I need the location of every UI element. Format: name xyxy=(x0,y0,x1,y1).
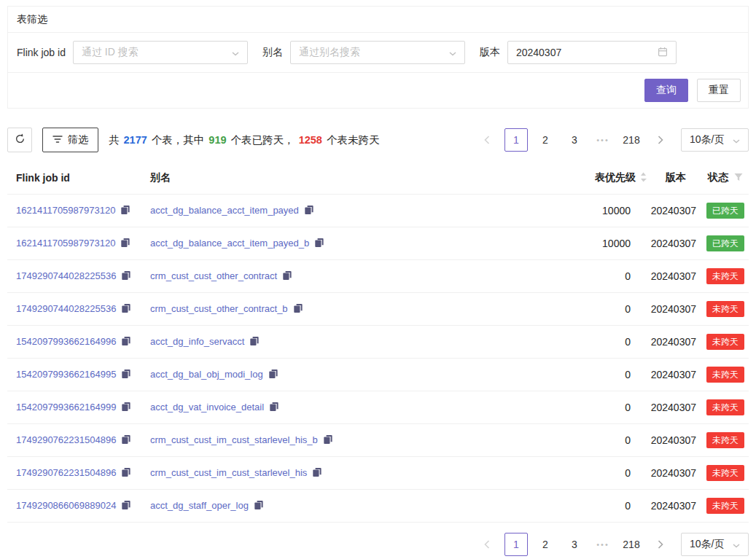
flink-job-id-link[interactable]: 1749290744028225536 xyxy=(16,270,116,281)
copy-icon[interactable] xyxy=(121,336,131,348)
alias-link[interactable]: crm_cust_cust_im_cust_starlevel_his xyxy=(150,467,307,478)
copy-icon[interactable] xyxy=(254,500,264,512)
page-3-button[interactable]: 3 xyxy=(563,128,586,152)
copy-icon[interactable] xyxy=(121,303,131,316)
copy-icon[interactable] xyxy=(293,303,303,316)
alias-select[interactable]: 通过别名搜索 xyxy=(290,41,465,64)
alias-link[interactable]: crm_cust_cust_other_contract xyxy=(150,270,277,281)
page-2-button[interactable]: 2 xyxy=(534,128,557,152)
page-size-select[interactable]: 10条/页 xyxy=(681,533,749,556)
priority-header-label: 表优先级 xyxy=(595,171,636,183)
copy-icon[interactable] xyxy=(312,467,322,480)
copy-icon[interactable] xyxy=(268,369,278,381)
copy-icon[interactable] xyxy=(304,205,314,217)
table-row: 1749290762231504896 crm_cust_cust_im_cus… xyxy=(7,457,749,490)
filter-button[interactable]: 筛选 xyxy=(42,128,98,152)
page-last-button[interactable]: 218 xyxy=(620,128,643,152)
version-date-input[interactable] xyxy=(507,41,677,64)
priority-value: 0 xyxy=(558,391,650,424)
copy-icon[interactable] xyxy=(121,402,131,414)
next-page-button[interactable] xyxy=(649,128,672,152)
version-value: 20240307 xyxy=(650,359,706,391)
flink-job-id-link[interactable]: 1749290762231504896 xyxy=(16,467,116,478)
table-row: 1749290762231504896 crm_cust_cust_im_cus… xyxy=(7,424,749,457)
copy-icon[interactable] xyxy=(282,270,292,283)
version-field: 版本 xyxy=(480,41,677,64)
alias-link[interactable]: acct_dg_balance_acct_item_payed_b xyxy=(150,238,309,249)
status-badge: 未跨天 xyxy=(706,367,744,383)
copy-icon[interactable] xyxy=(120,205,130,217)
alias-link[interactable]: acct_dg_balance_acct_item_payed xyxy=(150,205,299,216)
page-3-button[interactable]: 3 xyxy=(563,533,586,556)
version-value: 20240307 xyxy=(650,293,706,326)
version-value: 20240307 xyxy=(650,195,706,227)
copy-icon[interactable] xyxy=(323,434,333,447)
flink-job-id-link[interactable]: 1621411705987973120 xyxy=(16,238,115,249)
priority-value: 0 xyxy=(558,457,650,490)
job-id-select[interactable]: 通过 ID 搜索 xyxy=(73,41,248,64)
table-row: 1621411705987973120 acct_dg_balance_acct… xyxy=(7,195,749,227)
page-1-button[interactable]: 1 xyxy=(504,533,528,556)
copy-icon[interactable] xyxy=(121,500,131,512)
status-badge: 未跨天 xyxy=(706,334,744,350)
table-header: Flink job id 别名 表优先级 版本 状态 xyxy=(7,164,749,195)
flink-job-id-link[interactable]: 1749290744028225536 xyxy=(16,303,116,314)
pagination-ellipsis[interactable]: ••• xyxy=(592,540,614,549)
copy-icon[interactable] xyxy=(249,336,260,348)
job-id-field: Flink job id 通过 ID 搜索 xyxy=(17,41,248,64)
priority-value: 0 xyxy=(558,424,650,457)
tables-table: Flink job id 别名 表优先级 版本 状态 1621411705987… xyxy=(7,164,749,523)
next-page-button[interactable] xyxy=(649,533,672,556)
copy-icon[interactable] xyxy=(120,238,130,250)
alias-link[interactable]: acct_dg_vat_invoice_detail xyxy=(150,402,264,413)
page-size-value: 10条/页 xyxy=(690,538,724,551)
summary-text: 个表未跨天 xyxy=(324,134,380,146)
priority-value: 0 xyxy=(558,326,650,359)
page-size-select[interactable]: 10条/页 xyxy=(681,128,749,152)
alias-link[interactable]: crm_cust_cust_other_contract_b xyxy=(150,303,288,314)
sorter-icon[interactable] xyxy=(640,172,647,184)
column-header-priority[interactable]: 表优先级 xyxy=(558,164,650,195)
copy-icon[interactable] xyxy=(121,467,131,480)
version-value: 20240307 xyxy=(650,424,706,457)
version-value: 20240307 xyxy=(650,326,706,359)
table-row: 1542097993662164996 acct_dg_info_servacc… xyxy=(7,326,749,359)
alias-placeholder: 通过别名搜索 xyxy=(299,46,360,59)
copy-icon[interactable] xyxy=(121,369,131,381)
copy-icon[interactable] xyxy=(121,434,131,447)
prev-page-button[interactable] xyxy=(475,533,499,556)
flink-job-id-link[interactable]: 1542097993662164999 xyxy=(16,402,116,413)
version-label: 版本 xyxy=(480,46,500,59)
table-row: 1542097993662164999 acct_dg_vat_invoice_… xyxy=(7,391,749,424)
status-badge: 已跨天 xyxy=(706,235,744,251)
refresh-button[interactable] xyxy=(7,128,32,152)
uncrossed-count: 1258 xyxy=(299,134,322,146)
chevron-down-icon xyxy=(232,47,239,58)
copy-icon[interactable] xyxy=(269,402,279,414)
alias-link[interactable]: acct_dg_info_servacct xyxy=(150,336,244,347)
copy-icon[interactable] xyxy=(314,238,324,250)
pagination-ellipsis[interactable]: ••• xyxy=(592,136,614,144)
column-filter-icon[interactable] xyxy=(734,172,743,184)
page-last-button[interactable]: 218 xyxy=(620,533,643,556)
alias-link[interactable]: acct_dg_bal_obj_modi_log xyxy=(150,369,263,380)
version-value-input[interactable] xyxy=(516,47,658,58)
status-badge: 未跨天 xyxy=(706,268,744,284)
flink-job-id-link[interactable]: 1542097993662164995 xyxy=(16,369,116,380)
alias-link[interactable]: crm_cust_cust_im_cust_starlevel_his_b xyxy=(150,434,318,445)
copy-icon[interactable] xyxy=(121,270,131,283)
flink-job-id-link[interactable]: 1621411705987973120 xyxy=(16,205,115,216)
table-row: 1749290744028225536 crm_cust_cust_other_… xyxy=(7,293,749,326)
alias-link[interactable]: acct_dg_staff_oper_log xyxy=(150,500,249,511)
flink-job-id-link[interactable]: 1542097993662164996 xyxy=(16,336,116,347)
query-button[interactable]: 查询 xyxy=(644,79,688,102)
prev-page-button[interactable] xyxy=(475,128,499,152)
column-header-version: 版本 xyxy=(650,164,706,195)
page-1-button[interactable]: 1 xyxy=(504,128,528,152)
page-2-button[interactable]: 2 xyxy=(534,533,557,556)
flink-job-id-link[interactable]: 1749290762231504896 xyxy=(16,434,116,445)
reset-button[interactable]: 重置 xyxy=(697,79,741,102)
version-value: 20240307 xyxy=(650,260,706,293)
flink-job-id-link[interactable]: 1749290866069889024 xyxy=(16,500,116,511)
calendar-icon xyxy=(658,47,668,59)
